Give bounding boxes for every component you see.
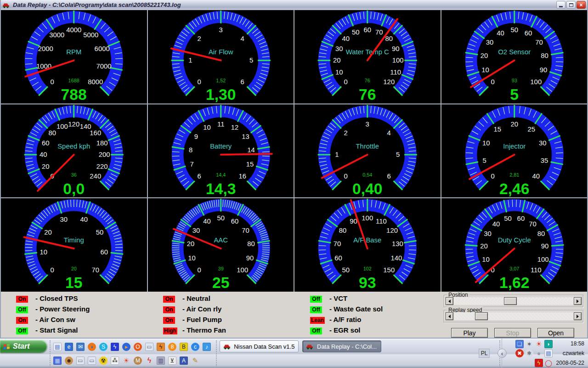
media-teal-icon[interactable]: ◗: [544, 340, 553, 348]
timing-peak-value: 20: [71, 266, 77, 271]
gadu-bear-icon[interactable]: ☻: [65, 356, 73, 365]
position-scroll-thumb[interactable]: [504, 297, 517, 305]
sun-app-icon[interactable]: ☀: [122, 356, 130, 365]
language-indicator[interactable]: PL: [479, 349, 490, 358]
skype-icon[interactable]: S: [99, 343, 107, 351]
media-player-icon[interactable]: ▸: [122, 343, 130, 351]
chat-icon[interactable]: c: [191, 343, 199, 351]
ie-editor-icon[interactable]: e: [65, 343, 73, 351]
paw-app-icon[interactable]: ⁂: [111, 356, 119, 365]
spark-icon[interactable]: ✶: [525, 340, 533, 348]
bars-app-icon[interactable]: ▥: [157, 356, 165, 365]
water-temp-c-value: 76: [359, 86, 376, 103]
svg-text:110: 110: [390, 69, 401, 76]
music-player-icon[interactable]: ♪: [203, 343, 211, 351]
red-flash-icon[interactable]: ϟ: [535, 359, 543, 367]
opera-icon[interactable]: O: [134, 343, 142, 351]
status-panel: On- Closed TPSOff- Power SteeringOn- Air…: [1, 292, 587, 337]
timing-name: Timing: [64, 237, 84, 244]
stop-button[interactable]: Stop: [494, 328, 531, 338]
red-sun-icon[interactable]: ☀: [535, 340, 543, 348]
svg-text:10: 10: [203, 124, 211, 131]
svg-text:60: 60: [524, 29, 532, 37]
lightning-app-icon[interactable]: ϟ: [145, 356, 153, 365]
minimize-button[interactable]: [556, 1, 565, 9]
replay-speed-scrollbar[interactable]: [446, 312, 582, 320]
gauge-battery: 678910111213141516Battery14,414,3: [148, 104, 294, 198]
position-scrollbar[interactable]: [446, 297, 582, 305]
tray-icons: ❏✶☀◗ ✖✱●▤ ϟ◯: [509, 339, 553, 367]
red-ring-icon[interactable]: ◯: [544, 359, 553, 367]
firefox-icon[interactable]: ◗: [88, 343, 96, 351]
play-button[interactable]: Play: [451, 328, 488, 338]
tray-chevron-button[interactable]: ‹: [498, 349, 507, 358]
close-button[interactable]: ×: [577, 1, 586, 9]
clamp-app-icon[interactable]: ⊻: [168, 356, 176, 365]
speed-scroll-left-button[interactable]: [446, 312, 453, 320]
draw-app-icon[interactable]: ✎: [191, 356, 199, 365]
status-label: - Air Con sw: [35, 316, 75, 323]
svg-text:100: 100: [537, 256, 548, 263]
aac-dial: 0102030405060708090100AAC3925: [148, 198, 294, 292]
status-label: - EGR sol: [329, 326, 361, 334]
open-button[interactable]: Open: [537, 328, 574, 338]
speed-scroll-thumb[interactable]: [475, 312, 488, 320]
icq-icon[interactable]: 8: [168, 343, 176, 351]
svg-text:120: 120: [386, 227, 398, 234]
restore-button[interactable]: [566, 1, 576, 9]
svg-text:10: 10: [482, 256, 490, 263]
emule-icon[interactable]: M: [134, 356, 142, 365]
gauge-speed-kph: 020406080100120140160180200220240Speed k…: [1, 104, 147, 198]
svg-text:90: 90: [246, 254, 254, 262]
position-scroll-left-button[interactable]: [446, 297, 453, 305]
start-button[interactable]: Start: [0, 340, 47, 353]
rpm-peak-value: 1688: [68, 78, 79, 83]
svg-text:60: 60: [101, 248, 108, 256]
titlebar[interactable]: Data Replay - C:\Cola\Programy\data scan…: [1, 0, 587, 10]
task-button-data-replay[interactable]: Data Replay - C:\Col...: [302, 340, 381, 352]
svg-text:4: 4: [240, 35, 244, 42]
replay-speed-groupbox: Replay speed: [444, 310, 583, 322]
gray-sphere-icon[interactable]: ●: [535, 349, 543, 357]
app-window: Data Replay - C:\Cola\Programy\data scan…: [0, 0, 588, 339]
taskarea-handle[interactable]: [216, 340, 217, 366]
svg-text:20: 20: [333, 57, 341, 64]
aac-peak-value: 39: [218, 266, 223, 271]
status-column-3: Off- VCTOff- Waste Gate solLean- A/F rat…: [295, 293, 442, 337]
status-badge: Off: [16, 328, 28, 334]
a4-app-icon[interactable]: A: [180, 356, 188, 365]
app-window-3-icon[interactable]: ▭: [88, 356, 96, 365]
display-monitor-icon[interactable]: ▤: [544, 349, 553, 357]
winamp-icon[interactable]: ϟ: [157, 343, 165, 351]
svg-text:8: 8: [188, 146, 192, 153]
svg-text:100: 100: [237, 267, 248, 274]
speed-scroll-track[interactable]: [453, 312, 574, 320]
svg-text:100: 100: [57, 122, 68, 130]
a-f-base-dial: 5060708090100110120130140150A/F Base1029…: [294, 198, 441, 292]
throttle-peak-value: 0,54: [362, 172, 372, 178]
radiation-app-icon[interactable]: ☢: [99, 356, 107, 365]
svg-text:100: 100: [392, 57, 404, 64]
quick-launch: ▤e✉◗Sϟ▸O▭ϟ8Bc♪ ▦☻▭▭☢⁂☀Mϟ▥⊻A✎: [53, 340, 211, 368]
position-scroll-track[interactable]: [453, 297, 574, 305]
position-scroll-right-button[interactable]: [574, 297, 582, 305]
status-label: - Closed TPS: [35, 294, 78, 302]
task-button-nissan-data-scan[interactable]: Nissan Data Scan v1.52: [220, 340, 299, 352]
network-computers-icon[interactable]: ❏: [515, 340, 524, 348]
app-window-2-icon[interactable]: ▭: [76, 356, 85, 365]
security-shield-icon[interactable]: ✖: [515, 349, 524, 357]
mosaic-app-icon[interactable]: ▦: [53, 356, 62, 365]
settings-wrench-icon[interactable]: ✱: [525, 349, 533, 357]
speed-scroll-right-button[interactable]: [574, 312, 582, 320]
app-window-icon[interactable]: ▭: [145, 343, 153, 351]
status-badge: On: [16, 317, 28, 324]
replay-panel: Position Replay speed: [442, 293, 587, 337]
bsplayer-icon[interactable]: B: [180, 343, 188, 351]
mail-client-icon[interactable]: ✉: [76, 343, 85, 351]
show-desktop-icon[interactable]: ▤: [53, 343, 62, 351]
svg-text:90: 90: [350, 218, 357, 225]
svg-text:5: 5: [482, 157, 486, 164]
svg-text:6: 6: [240, 78, 244, 86]
flashget-icon[interactable]: ϟ: [111, 343, 119, 351]
quicklaunch-handle[interactable]: [50, 340, 51, 366]
